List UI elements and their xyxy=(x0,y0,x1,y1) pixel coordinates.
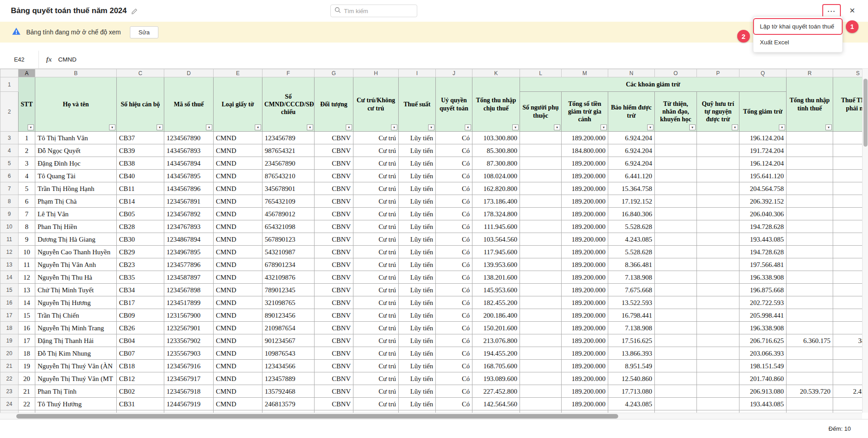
cell-B9[interactable]: Lê Thị Vân xyxy=(35,208,117,220)
cell-E4[interactable]: CMND xyxy=(214,144,262,157)
cell-E7[interactable]: CMND xyxy=(214,182,262,195)
cell-O21[interactable] xyxy=(655,360,697,372)
cell-M13[interactable]: 189.200.000 xyxy=(562,258,608,271)
cell-C17[interactable]: CB09 xyxy=(117,309,164,322)
cell-R18[interactable] xyxy=(787,322,833,334)
cell-L20[interactable] xyxy=(520,347,562,360)
cell-O3[interactable] xyxy=(655,132,697,144)
row-header-20[interactable]: 20 xyxy=(0,347,19,360)
vertical-scrollbar[interactable] xyxy=(862,69,868,413)
cell-R20[interactable] xyxy=(787,347,833,360)
cell-J12[interactable]: Có xyxy=(436,246,472,258)
row-header-1[interactable]: 1 xyxy=(0,77,19,92)
cell-D11[interactable]: 1234867894 xyxy=(164,233,214,246)
cell-N17[interactable]: 16.798.441 xyxy=(608,309,655,322)
cell-N14[interactable]: 7.138.908 xyxy=(608,271,655,284)
cell-R16[interactable] xyxy=(787,296,833,309)
cell-Q17[interactable]: 205.998.441 xyxy=(739,309,787,322)
filter-button[interactable]: ▾ xyxy=(255,124,261,130)
cell-K13[interactable]: 139.953.600 xyxy=(472,258,520,271)
cell-B4[interactable]: Đỗ Ngọc Quyết xyxy=(35,144,117,157)
cell-D23[interactable]: 1234567918 xyxy=(164,385,214,398)
header-O[interactable]: Từ thiện, nhân đạo, khuyến học▾ xyxy=(655,92,697,132)
cell-G11[interactable]: CBNV xyxy=(315,233,353,246)
row-header-10[interactable]: 10 xyxy=(0,220,19,233)
cell-E15[interactable]: CMND xyxy=(214,284,262,296)
cell-I10[interactable]: Lũy tiến xyxy=(399,220,436,233)
cell-E3[interactable]: CMND xyxy=(214,132,262,144)
cell-H17[interactable]: Cư trú xyxy=(353,309,399,322)
cell-E17[interactable]: CMND xyxy=(214,309,262,322)
cell-J15[interactable]: Có xyxy=(436,284,472,296)
cell-K6[interactable]: 108.024.000 xyxy=(472,170,520,182)
horizontal-scrollbar[interactable] xyxy=(0,413,862,419)
cell-N22[interactable]: 12.540.860 xyxy=(608,372,655,385)
cell-C19[interactable]: CB04 xyxy=(117,334,164,347)
cell-C24[interactable]: CB31 xyxy=(117,398,164,410)
cell-P24[interactable] xyxy=(697,398,739,410)
cell-D18[interactable]: 1232567901 xyxy=(164,322,214,334)
cell-N3[interactable]: 6.924.204 xyxy=(608,132,655,144)
row-header-17[interactable]: 17 xyxy=(0,309,19,322)
cell-E18[interactable]: CMND xyxy=(214,322,262,334)
header-K[interactable]: Tổng thu nhập chịu thuế▾ xyxy=(472,77,520,132)
row-header-12[interactable]: 12 xyxy=(0,246,19,258)
cell-E14[interactable]: CMND xyxy=(214,271,262,284)
cell-B12[interactable]: Nguyễn Cao Thanh Huyền xyxy=(35,246,117,258)
row-header-23[interactable]: 23 xyxy=(0,385,19,398)
cell-J7[interactable]: Có xyxy=(436,182,472,195)
filter-button[interactable]: ▾ xyxy=(825,124,832,130)
cell-M20[interactable]: 189.200.000 xyxy=(562,347,608,360)
cell-reference-box[interactable]: E42 xyxy=(0,51,39,68)
cell-O13[interactable] xyxy=(655,258,697,271)
cell-Q16[interactable]: 202.722.593 xyxy=(739,296,787,309)
select-all-corner[interactable] xyxy=(0,69,19,77)
cell-K19[interactable]: 213.076.800 xyxy=(472,334,520,347)
cell-R14[interactable] xyxy=(787,271,833,284)
cell-K15[interactable]: 145.953.600 xyxy=(472,284,520,296)
header-Q[interactable]: Tổng giảm trừ▾ xyxy=(739,92,787,132)
column-header-M[interactable]: M xyxy=(562,69,608,77)
cell-O7[interactable] xyxy=(655,182,697,195)
header-M[interactable]: Tổng số tiền giảm trừ gia cảnh▾ xyxy=(562,92,608,132)
header-I[interactable]: Thuế suất▾ xyxy=(399,77,436,132)
cell-I4[interactable]: Lũy tiến xyxy=(399,144,436,157)
cell-K18[interactable]: 150.201.600 xyxy=(472,322,520,334)
cell-I21[interactable]: Lũy tiến xyxy=(399,360,436,372)
cell-Q3[interactable]: 196.124.204 xyxy=(739,132,787,144)
cell-F20[interactable]: 109876543 xyxy=(262,347,315,360)
cell-F16[interactable]: 321098765 xyxy=(262,296,315,309)
row-header-22[interactable]: 22 xyxy=(0,372,19,385)
cell-G14[interactable]: CBNV xyxy=(315,271,353,284)
row-header-15[interactable]: 15 xyxy=(0,284,19,296)
cell-C22[interactable]: CB12 xyxy=(117,372,164,385)
cell-O14[interactable] xyxy=(655,271,697,284)
cell-I7[interactable]: Lũy tiến xyxy=(399,182,436,195)
header-L[interactable]: Số người phụ thuộc▾ xyxy=(520,92,562,132)
cell-G9[interactable]: CBNV xyxy=(315,208,353,220)
cell-Q11[interactable]: 193.443.085 xyxy=(739,233,787,246)
cell-L9[interactable] xyxy=(520,208,562,220)
cell-R10[interactable] xyxy=(787,220,833,233)
cell-C8[interactable]: CB14 xyxy=(117,195,164,208)
cell-I16[interactable]: Lũy tiến xyxy=(399,296,436,309)
cell-I22[interactable]: Lũy tiến xyxy=(399,372,436,385)
cell-I24[interactable]: Lũy tiến xyxy=(399,398,436,410)
cell-I13[interactable]: Lũy tiến xyxy=(399,258,436,271)
cell-D5[interactable]: 1434567894 xyxy=(164,157,214,170)
cell-N7[interactable]: 15.364.758 xyxy=(608,182,655,195)
filter-button[interactable]: ▾ xyxy=(109,124,115,130)
cell-H21[interactable]: Cư trú xyxy=(353,360,399,372)
cell-L7[interactable] xyxy=(520,182,562,195)
cell-B14[interactable]: Nguyễn Thị Thu Hà xyxy=(35,271,117,284)
column-header-N[interactable]: N xyxy=(608,69,655,77)
cell-B16[interactable]: Nguyễn Thị Hương xyxy=(35,296,117,309)
cell-L3[interactable] xyxy=(520,132,562,144)
cell-Q20[interactable]: 203.066.393 xyxy=(739,347,787,360)
cell-H23[interactable]: Cư trú xyxy=(353,385,399,398)
cell-H9[interactable]: Cư trú xyxy=(353,208,399,220)
cell-G12[interactable]: CBNV xyxy=(315,246,353,258)
formula-value[interactable]: CMND xyxy=(58,56,77,63)
row-header-21[interactable]: 21 xyxy=(0,360,19,372)
cell-L18[interactable] xyxy=(520,322,562,334)
